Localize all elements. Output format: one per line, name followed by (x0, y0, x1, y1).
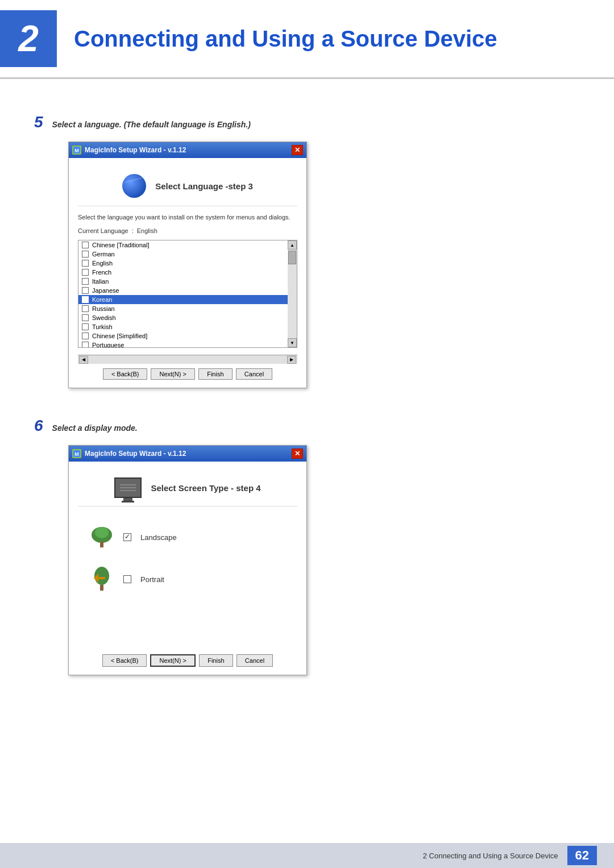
language-item[interactable]: Swedish (78, 313, 297, 322)
h-scroll-left[interactable]: ◀ (79, 356, 88, 364)
language-cancel-btn[interactable]: Cancel (236, 368, 272, 380)
language-checkbox[interactable] (82, 333, 89, 339)
language-checkbox[interactable] (82, 342, 89, 347)
screen-cancel-btn[interactable]: Cancel (237, 654, 273, 667)
svg-rect-5 (100, 542, 103, 547)
screen-type-step-title: Select Screen Type - step 4 (151, 483, 260, 493)
screen-next-btn[interactable]: Next(N) > (150, 654, 195, 667)
language-checkbox[interactable] (82, 305, 89, 312)
current-language-separator: : (132, 227, 134, 234)
scroll-thumb (288, 251, 296, 264)
landscape-checkbox[interactable] (123, 533, 131, 541)
language-name: Japanese (92, 287, 119, 294)
language-checkbox[interactable] (82, 260, 89, 267)
language-item[interactable]: Korean (78, 295, 297, 304)
language-dialog-close[interactable]: ✕ (292, 145, 303, 155)
portrait-label: Portrait (140, 575, 164, 584)
screen-back-btn[interactable]: < Back(B) (102, 654, 147, 667)
svg-point-6 (95, 527, 109, 538)
language-dialog-title: MagicInfo Setup Wizard - v.1.12 (85, 146, 186, 154)
screen-type-dialog-body: Select Screen Type - step 4 Landscape (69, 462, 306, 675)
orientation-area: Landscape Portrait (78, 513, 297, 604)
scroll-down-btn[interactable]: ▼ (288, 338, 297, 347)
screen-type-button-row: < Back(B) Next(N) > Finish Cancel (78, 650, 297, 669)
globe-icon (122, 174, 146, 198)
landscape-row: Landscape (89, 525, 286, 550)
screen-type-dialog: M MagicInfo Setup Wizard - v.1.12 ✕ (68, 445, 307, 675)
language-list-container[interactable]: Chinese [Traditional]GermanEnglishFrench… (78, 240, 297, 348)
language-name: English (92, 260, 113, 267)
scrollbar: ▲ ▼ (288, 240, 297, 347)
screen-magicinfo-icon: M (72, 449, 81, 458)
language-list[interactable]: Chinese [Traditional]GermanEnglishFrench… (78, 240, 297, 347)
portrait-row: Portrait (89, 567, 286, 592)
language-dialog-body: Select Language -step 3 Select the langu… (69, 158, 306, 388)
language-item[interactable]: French (78, 268, 297, 277)
language-checkbox[interactable] (82, 314, 89, 321)
language-finish-btn[interactable]: Finish (198, 368, 233, 380)
portrait-checkbox[interactable] (123, 575, 131, 583)
h-scrollbar: ◀ ▶ (78, 355, 297, 364)
page-header: 2 Connecting and Using a Source Device (0, 0, 614, 79)
screen-type-spacer (78, 604, 297, 650)
language-checkbox[interactable] (82, 287, 89, 294)
step6-label: 6 Select a display mode. (34, 417, 580, 435)
language-item[interactable]: Italian (78, 277, 297, 286)
language-back-btn[interactable]: < Back(B) (103, 368, 148, 380)
svg-text:M: M (74, 148, 79, 153)
svg-rect-8 (100, 585, 103, 591)
language-item[interactable]: Japanese (78, 286, 297, 295)
screen-finish-btn[interactable]: Finish (199, 654, 233, 667)
main-content: 5 Select a language. (The default langua… (0, 113, 614, 675)
screen-type-dialog-close[interactable]: ✕ (292, 448, 303, 459)
chapter-title: Connecting and Using a Source Device (74, 26, 497, 52)
language-checkbox[interactable] (82, 251, 89, 258)
language-next-btn[interactable]: Next(N) > (151, 368, 194, 380)
language-checkbox[interactable] (82, 296, 89, 303)
language-name: Russian (92, 305, 115, 312)
language-name: Swedish (92, 314, 116, 321)
screen-type-titlebar: M MagicInfo Setup Wizard - v.1.12 ✕ (69, 446, 306, 462)
language-button-row: < Back(B) Next(N) > Finish Cancel (78, 364, 297, 382)
language-checkbox[interactable] (82, 278, 89, 285)
h-scroll-right[interactable]: ▶ (287, 356, 296, 364)
language-name: French (92, 269, 111, 276)
footer-page-number: 62 (567, 846, 597, 865)
language-step-header: Select Language -step 3 (78, 166, 297, 206)
language-item[interactable]: German (78, 250, 297, 259)
h-scroll-track (89, 357, 286, 363)
language-dialog-description: Select the language you want to install … (78, 213, 297, 222)
svg-text:M: M (74, 451, 79, 457)
step5-label: 5 Select a language. (The default langua… (34, 113, 580, 131)
screen-title-left: M MagicInfo Setup Wizard - v.1.12 (72, 449, 186, 458)
language-checkbox[interactable] (82, 242, 89, 248)
current-language-label: Current Language (78, 227, 128, 234)
current-language-value: English (137, 227, 157, 234)
language-name: Chinese [Simplified] (92, 333, 147, 339)
language-item[interactable]: Chinese [Simplified] (78, 331, 297, 340)
language-name: German (92, 251, 115, 258)
language-item[interactable]: Turkish (78, 322, 297, 331)
portrait-tree-icon (89, 567, 114, 592)
footer-text: 2 Connecting and Using a Source Device (423, 852, 558, 860)
step5-number: 5 (34, 113, 43, 131)
chapter-number-box: 2 (0, 10, 57, 67)
dialog-title-left: M MagicInfo Setup Wizard - v.1.12 (72, 146, 186, 155)
screen-type-dialog-title: MagicInfo Setup Wizard - v.1.12 (85, 450, 186, 458)
language-step-title: Select Language -step 3 (155, 181, 253, 191)
step6-number: 6 (34, 417, 43, 435)
language-item[interactable]: Russian (78, 304, 297, 313)
language-checkbox[interactable] (82, 269, 89, 276)
language-dialog-titlebar: M MagicInfo Setup Wizard - v.1.12 ✕ (69, 142, 306, 158)
landscape-tree-icon (89, 525, 114, 550)
language-item[interactable]: Portuguese (78, 340, 297, 347)
landscape-label: Landscape (140, 533, 177, 542)
screen-type-step-header: Select Screen Type - step 4 (78, 470, 297, 506)
current-language-row: Current Language : English (78, 227, 297, 234)
language-dialog: M MagicInfo Setup Wizard - v.1.12 ✕ Sele… (68, 142, 307, 388)
step6-description: Select a display mode. (52, 423, 138, 433)
language-item[interactable]: English (78, 259, 297, 268)
language-item[interactable]: Chinese [Traditional] (78, 240, 297, 250)
language-checkbox[interactable] (82, 323, 89, 330)
scroll-up-btn[interactable]: ▲ (288, 240, 297, 250)
